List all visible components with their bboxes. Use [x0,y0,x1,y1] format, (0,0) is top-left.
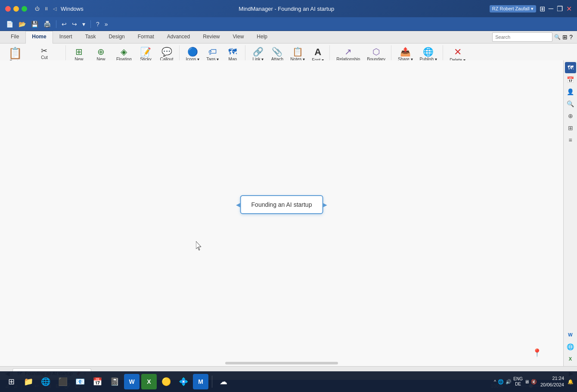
cursor [196,241,203,251]
taskbar-explorer[interactable]: 📁 [21,374,36,389]
systray-sound: 🔊 [506,379,512,385]
app-label: Windows [61,6,84,12]
taskbar-sticky[interactable]: 🟡 [158,374,174,389]
systray-display: 🖥 [524,379,529,384]
taskbar-start[interactable]: ⊞ [3,374,19,389]
qa-redo[interactable]: ↪ [70,20,79,28]
right-panel-search2[interactable]: 🔍 [565,98,576,109]
right-panel-maps[interactable]: 🗺 [565,62,576,73]
qa-help[interactable]: ? [94,20,101,28]
taskbar-terminal[interactable]: ⬛ [55,374,71,389]
node-expand-left[interactable]: ◀ [236,201,241,208]
window-close[interactable]: ✕ [566,5,572,13]
right-panel-calendar[interactable]: 📅 [565,74,576,85]
node-box[interactable]: ◀ Founding an AI startup ▶ [240,195,323,214]
right-panel-zoom[interactable]: ⊕ [565,110,576,121]
sticky-notes-icon: 📝 [140,47,151,56]
taskbar-clock[interactable]: 21:24 20/06/2024 [540,375,564,389]
maximize-button[interactable] [22,6,27,12]
taskbar-notification[interactable]: 🔔 [568,379,574,385]
tab-file[interactable]: File [4,31,25,44]
taskbar-vscode[interactable]: 💠 [176,374,191,389]
tab-view[interactable]: View [226,31,251,44]
canvas-background: ◀ Founding an AI startup ▶ 📍 [0,60,563,366]
quick-access-toolbar: 📄 📂 💾 🖨️ ↩ ↪ ▾ ? » [0,17,577,31]
right-panel-word[interactable]: W [565,329,576,340]
right-panel: 🗺 📅 👤 🔍 ⊕ ⊞ ≡ W 🌐 X [563,60,577,366]
systray: ^ 🌐 🔊 ENGDE 🖥 🔇 [494,376,537,387]
qa-print[interactable]: 🖨️ [42,20,53,28]
new-topic-icon: ⊞ [75,47,83,56]
map-index-icon: 🗺 [228,47,237,56]
taskbar: ⊞ 📁 🌐 ⬛ 📧 📅 📓 W X 🟡 💠 M ☁ ^ 🌐 🔊 ENGDE 🖥 … [0,371,577,392]
user-badge[interactable]: RZ Robert Zaufall ▾ [490,5,536,12]
horizontal-scrollbar[interactable] [225,362,338,364]
qa-dropdown[interactable]: ▾ [81,20,87,28]
right-panel-contacts[interactable]: 👤 [565,86,576,97]
taskbar-chrome[interactable]: 🌐 [38,374,53,389]
canvas-area[interactable]: ◀ Founding an AI startup ▶ 📍 [0,60,563,366]
publish-icon: 🌐 [423,47,434,56]
systray-network: 🌐 [498,379,504,385]
title-bar-controls: ⏻ ⏸ ◁ Windows [35,6,84,12]
taskbar-onenote[interactable]: 📓 [107,374,122,389]
pause-icon: ⏸ [44,6,49,11]
right-panel-web[interactable]: 🌐 [565,341,576,352]
qa-undo[interactable]: ↩ [60,20,68,28]
qa-open[interactable]: 📂 [17,20,28,28]
right-panel-fit[interactable]: ⊞ [565,122,576,134]
traffic-lights [5,6,27,12]
qa-save[interactable]: 💾 [29,20,40,28]
view-toggle[interactable]: ⊞ [540,5,545,13]
ribbon-search: 🔍 ⊞ ? [492,31,573,43]
tags-icon: 🏷 [208,47,217,56]
systray-chevron[interactable]: ^ [494,379,496,384]
systray-speaker2: 🔇 [531,379,537,385]
power-icon: ⏻ [35,6,40,11]
tab-design[interactable]: Design [102,31,131,44]
tab-review[interactable]: Review [196,31,226,44]
cut-icon: ✂ [41,47,47,55]
taskbar-onedrive[interactable]: ☁ [216,374,231,389]
qa-more[interactable]: » [103,20,110,28]
tab-format[interactable]: Format [131,31,161,44]
tab-advanced[interactable]: Advanced [161,31,196,44]
taskbar-word[interactable]: W [124,374,140,389]
mindmap-root-node[interactable]: ◀ Founding an AI startup ▶ [240,195,323,214]
minimize-button[interactable] [13,6,19,12]
window-minimize[interactable]: ─ [549,5,553,12]
taskbar-calendar[interactable]: 📅 [90,374,105,389]
floating-topic-icon: ◈ [121,47,127,56]
ribbon-help-btn[interactable]: ? [569,34,573,40]
title-bar-right: RZ Robert Zaufall ▾ ⊞ ─ ❐ ✕ [490,5,572,13]
delete-icon: ✕ [454,47,462,57]
window-title: MindManager - Founding an AI startup [87,6,486,12]
taskbar-right: ^ 🌐 🔊 ENGDE 🖥 🔇 21:24 20/06/2024 🔔 [494,375,574,389]
ribbon-tabs: File Home Insert Task Design Format Adva… [0,31,577,44]
ribbon-view-btn[interactable]: ⊞ [562,34,568,40]
window-restore[interactable]: ❐ [557,5,563,13]
tab-insert[interactable]: Insert [53,31,79,44]
close-button[interactable] [5,6,11,12]
ribbon-search-icon: 🔍 [554,34,561,40]
ribbon-search-input[interactable] [492,32,552,42]
taskbar-mail[interactable]: 📧 [72,374,88,389]
clock-time: 21:24 [540,375,564,382]
systray-lang[interactable]: ENGDE [513,376,523,387]
link-icon: 🔗 [253,47,264,56]
share-icon: 📤 [400,47,411,56]
right-panel-excel[interactable]: X [565,353,576,364]
qa-new[interactable]: 📄 [4,20,15,28]
taskbar-excel[interactable]: X [141,374,157,389]
attach-files-icon: 📎 [272,47,282,56]
qa-separator2 [90,20,91,28]
tab-home[interactable]: Home [25,31,53,44]
right-panel-list[interactable]: ≡ [565,134,576,146]
taskbar-mindmanager[interactable]: M [193,374,208,389]
cut-button[interactable]: ✂ Cut [26,45,63,62]
node-expand-right[interactable]: ▶ [323,201,327,208]
icons-icon: 🔵 [187,47,198,56]
tab-task[interactable]: Task [79,31,102,44]
qa-separator [56,20,56,28]
tab-help[interactable]: Help [250,31,274,44]
